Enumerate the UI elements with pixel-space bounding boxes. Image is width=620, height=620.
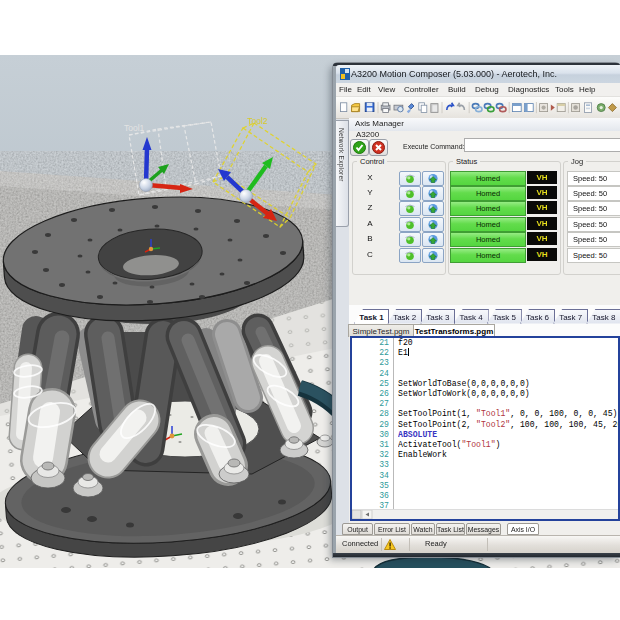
svg-text:Tool1: Tool1 xyxy=(124,123,145,133)
svg-text:Tool2: Tool2 xyxy=(247,116,268,126)
